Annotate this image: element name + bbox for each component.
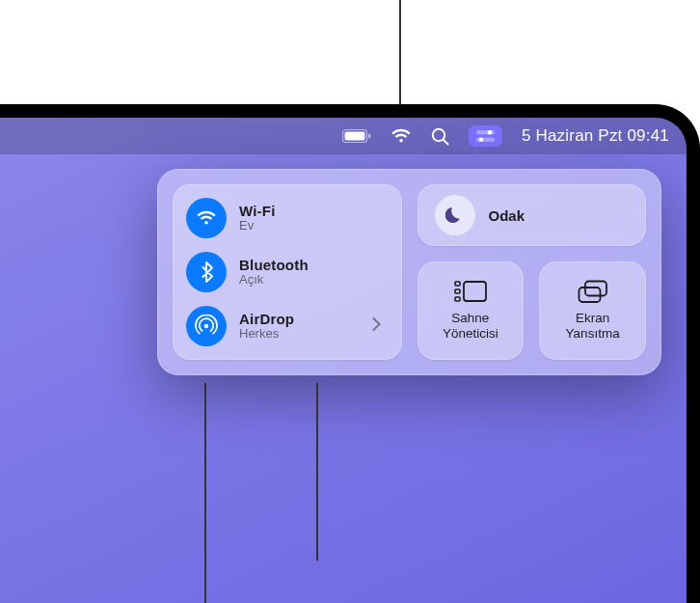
wifi-title: Wi-Fi — [239, 203, 276, 219]
screen-mirroring-tile[interactable]: Ekran Yansıtma — [539, 261, 646, 360]
spotlight-icon[interactable] — [431, 127, 449, 146]
svg-rect-1 — [344, 132, 364, 141]
chevron-right-icon[interactable] — [372, 317, 381, 335]
svg-rect-2 — [368, 134, 370, 139]
screen-mirroring-icon — [578, 280, 608, 305]
svg-point-9 — [204, 324, 208, 328]
svg-rect-13 — [464, 282, 486, 301]
airdrop-text: AirDrop Herkes — [239, 311, 294, 342]
svg-rect-11 — [455, 289, 460, 293]
callout-line-bottom-1 — [204, 383, 206, 603]
device-frame: 5 Haziran Pzt 09:41 Wi-Fi Ev — [0, 104, 700, 603]
wifi-icon — [186, 198, 227, 238]
control-center-panel: Wi-Fi Ev Bluetooth Açık — [157, 169, 661, 375]
svg-point-6 — [488, 130, 493, 135]
desktop-screen: 5 Haziran Pzt 09:41 Wi-Fi Ev — [0, 118, 687, 603]
airdrop-row[interactable]: AirDrop Herkes — [186, 306, 389, 346]
airdrop-icon — [186, 306, 227, 346]
bluetooth-subtitle: Açık — [239, 273, 309, 288]
control-center-menu-icon[interactable] — [469, 125, 502, 147]
menubar-date-time[interactable]: 5 Haziran Pzt 09:41 — [522, 126, 669, 146]
airdrop-subtitle: Herkes — [239, 327, 294, 342]
airdrop-title: AirDrop — [239, 311, 294, 327]
wifi-subtitle: Ev — [239, 219, 276, 233]
screen-mirroring-label: Ekran Yansıtma — [566, 311, 620, 342]
bluetooth-row[interactable]: Bluetooth Açık — [186, 252, 389, 292]
stage-manager-tile[interactable]: Sahne Yöneticisi — [417, 261, 525, 360]
svg-point-8 — [479, 138, 484, 143]
svg-line-4 — [444, 140, 448, 145]
svg-rect-14 — [585, 281, 606, 295]
right-column: Odak Sahne Yöneticisi Ekran Yansıtma — [417, 184, 647, 360]
focus-tile[interactable]: Odak — [417, 184, 647, 246]
battery-icon[interactable] — [342, 129, 371, 143]
svg-rect-12 — [455, 297, 460, 301]
svg-rect-15 — [579, 288, 600, 302]
bluetooth-text: Bluetooth Açık — [239, 257, 309, 288]
stage-manager-icon — [454, 280, 487, 305]
bluetooth-icon — [186, 252, 227, 292]
svg-rect-10 — [455, 282, 460, 286]
connectivity-tile: Wi-Fi Ev Bluetooth Açık — [173, 184, 402, 360]
wifi-row[interactable]: Wi-Fi Ev — [186, 198, 389, 238]
wifi-text: Wi-Fi Ev — [239, 203, 276, 233]
bluetooth-title: Bluetooth — [239, 257, 309, 273]
callout-line-top — [399, 0, 401, 104]
stage-manager-label: Sahne Yöneticisi — [443, 311, 498, 342]
callout-line-bottom-2 — [316, 383, 318, 561]
moon-icon — [435, 195, 475, 235]
focus-label: Odak — [489, 207, 525, 224]
wifi-menu-icon[interactable] — [390, 128, 412, 144]
menu-bar: 5 Haziran Pzt 09:41 — [0, 118, 687, 154]
